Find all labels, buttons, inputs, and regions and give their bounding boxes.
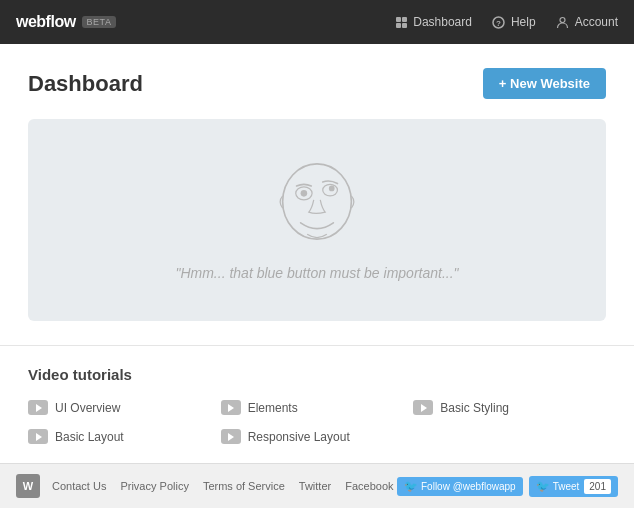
top-navigation: webflow BETA Dashboard ? Help xyxy=(0,0,634,44)
nav-help[interactable]: ? Help xyxy=(492,15,536,29)
play-icon-basic-styling xyxy=(413,400,433,415)
svg-rect-0 xyxy=(396,17,401,22)
empty-state-text: "Hmm... that blue button must be importa… xyxy=(175,265,458,281)
tutorial-label-basic-styling: Basic Styling xyxy=(440,401,509,415)
follow-twitter-button[interactable]: 🐦 Follow @webflowapp xyxy=(397,477,523,496)
follow-label: Follow @webflowapp xyxy=(421,481,516,492)
troll-face-illustration xyxy=(267,159,367,249)
tutorials-grid: UI Overview Elements Basic Styling Basic… xyxy=(28,397,606,447)
play-triangle-4 xyxy=(36,433,42,441)
account-link-label: Account xyxy=(575,15,618,29)
tutorial-ui-overview[interactable]: UI Overview xyxy=(28,397,221,418)
tweet-count: 201 xyxy=(584,479,611,494)
svg-text:?: ? xyxy=(497,19,502,28)
empty-state-area: "Hmm... that blue button must be importa… xyxy=(28,119,606,321)
tutorial-basic-styling[interactable]: Basic Styling xyxy=(413,397,606,418)
tutorial-label-responsive-layout: Responsive Layout xyxy=(248,430,350,444)
svg-point-6 xyxy=(560,17,565,22)
footer-contact-us[interactable]: Contact Us xyxy=(52,480,106,492)
tutorial-responsive-layout[interactable]: Responsive Layout xyxy=(221,426,414,447)
tweet-button[interactable]: 🐦 Tweet 201 xyxy=(529,476,618,497)
account-icon xyxy=(556,15,570,29)
logo-text: webflow xyxy=(16,13,76,31)
tutorial-label-basic-layout: Basic Layout xyxy=(55,430,124,444)
footer-social: 🐦 Follow @webflowapp 🐦 Tweet 201 xyxy=(397,476,618,497)
footer: W Contact Us Privacy Policy Terms of Ser… xyxy=(0,463,634,508)
page-title: Dashboard xyxy=(28,71,143,97)
tweet-bird-icon: 🐦 xyxy=(536,480,550,493)
footer-links: Contact Us Privacy Policy Terms of Servi… xyxy=(52,480,397,492)
play-triangle-2 xyxy=(228,404,234,412)
dashboard-link-label: Dashboard xyxy=(413,15,472,29)
play-icon-responsive-layout xyxy=(221,429,241,444)
play-triangle-5 xyxy=(228,433,234,441)
svg-rect-2 xyxy=(396,23,401,28)
footer-facebook[interactable]: Facebook xyxy=(345,480,393,492)
footer-privacy-policy[interactable]: Privacy Policy xyxy=(120,480,188,492)
play-icon-elements xyxy=(221,400,241,415)
footer-terms-of-service[interactable]: Terms of Service xyxy=(203,480,285,492)
play-icon-basic-layout xyxy=(28,429,48,444)
tweet-label: Tweet xyxy=(553,481,580,492)
beta-badge: BETA xyxy=(82,16,117,28)
footer-logo: W xyxy=(16,474,40,498)
svg-point-9 xyxy=(301,190,308,197)
svg-rect-1 xyxy=(402,17,407,22)
logo-area: webflow BETA xyxy=(16,13,394,31)
tutorials-title: Video tutorials xyxy=(28,366,606,383)
play-triangle xyxy=(36,404,42,412)
nav-dashboard[interactable]: Dashboard xyxy=(394,15,472,29)
nav-account[interactable]: Account xyxy=(556,15,618,29)
play-triangle-3 xyxy=(421,404,427,412)
tutorial-elements[interactable]: Elements xyxy=(221,397,414,418)
tutorial-label-elements: Elements xyxy=(248,401,298,415)
help-icon: ? xyxy=(492,15,506,29)
play-icon-ui-overview xyxy=(28,400,48,415)
nav-links: Dashboard ? Help Account xyxy=(394,15,618,29)
footer-logo-text: W xyxy=(23,480,33,492)
dashboard-header: Dashboard + New Website xyxy=(28,68,606,99)
help-link-label: Help xyxy=(511,15,536,29)
dashboard-icon xyxy=(394,15,408,29)
footer-twitter[interactable]: Twitter xyxy=(299,480,331,492)
tutorial-label-ui-overview: UI Overview xyxy=(55,401,120,415)
tutorial-basic-layout[interactable]: Basic Layout xyxy=(28,426,221,447)
svg-rect-3 xyxy=(402,23,407,28)
twitter-bird-icon: 🐦 xyxy=(404,480,418,493)
svg-point-11 xyxy=(329,186,335,192)
tutorials-section: Video tutorials UI Overview Elements Bas… xyxy=(0,345,634,463)
new-website-button[interactable]: + New Website xyxy=(483,68,606,99)
main-content: Dashboard + New Website xyxy=(0,44,634,345)
